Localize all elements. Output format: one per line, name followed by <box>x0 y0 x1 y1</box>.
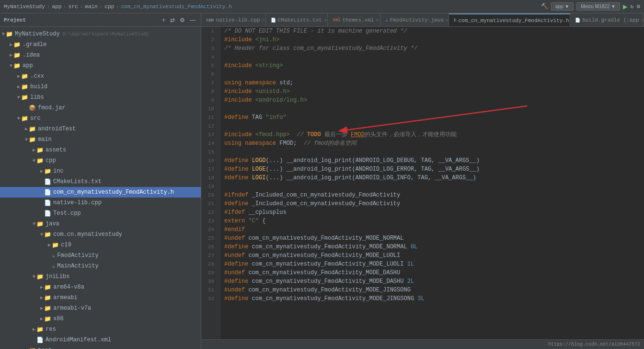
app-button[interactable]: app ▼ <box>551 2 574 11</box>
ln-20: 20 <box>201 191 217 199</box>
arrow-res[interactable]: ▶ <box>33 326 35 332</box>
tree-item-cxx[interactable]: ▶ 📁 .cxx <box>0 71 201 81</box>
code-line-20: #ifndef _Included_com_cn_mynativestudy_F… <box>224 191 640 199</box>
sync-sidebar-button[interactable]: ⇄ <box>169 16 176 24</box>
arrow-app[interactable]: ▼ <box>10 63 12 69</box>
tree-item-cpp[interactable]: ▼ 📁 cpp <box>0 155 201 166</box>
tree-item-fmodactivity[interactable]: ▶ ☕ FmodActivity <box>0 250 201 261</box>
tree-item-app[interactable]: ▼ 📁 app <box>0 60 201 71</box>
tree-item-assets[interactable]: ▶ 📁 assets <box>0 145 201 155</box>
hammer-icon: 🔨 <box>541 3 548 10</box>
tree-item-idea[interactable]: ▶ 📁 .idea <box>0 50 201 60</box>
code-line-15 <box>224 148 640 156</box>
run-button[interactable]: ▶ <box>623 2 628 12</box>
arrow-armeabi-v7a[interactable]: ▶ <box>40 305 43 311</box>
arrow-src[interactable]: ▼ <box>17 116 20 121</box>
tree-item-build[interactable]: ▶ 📁 build <box>0 81 201 92</box>
arrow-cxx[interactable]: ▶ <box>17 73 20 79</box>
settings-icon[interactable]: ⚙ <box>637 3 640 10</box>
device-button[interactable]: Meizu M1822 ▼ <box>576 2 620 11</box>
ln-13: 13 <box>201 130 217 139</box>
code-line-1: /* DO NOT EDIT THIS FILE - it is machine… <box>224 27 640 35</box>
arrow-package[interactable]: ▼ <box>40 232 43 237</box>
tab-nativelib[interactable]: cpp native-lib.cpp ✕ <box>201 13 266 27</box>
code-line-28: #define com_cn_mynativestudy_FmodActivit… <box>224 260 640 268</box>
ln-2: 2 <box>201 35 217 44</box>
tree-item-manifest[interactable]: ▶ 📄 AndroidManifest.xml <box>0 335 201 345</box>
tree-item-jnilibs[interactable]: ▼ 📁 jniLibs <box>0 271 201 282</box>
ln-32: 32 <box>201 294 217 303</box>
tree-item-java[interactable]: ▼ 📁 java <box>0 219 201 229</box>
close-fmoda[interactable]: ✕ <box>446 17 448 23</box>
collapse-sidebar-button[interactable]: — <box>188 16 197 24</box>
tree-item-inc[interactable]: ▶ 📁 inc <box>0 166 201 176</box>
folder-icon-gradle-hidden: 📁 <box>13 41 21 48</box>
arrow-idea[interactable]: ▶ <box>10 52 12 58</box>
ln-10: 10 <box>201 105 217 113</box>
breadcrumb-app: app <box>52 4 61 10</box>
arrow-build[interactable]: ▶ <box>17 84 20 90</box>
ln-22: 22 <box>201 208 217 217</box>
arrow-gradle-hidden[interactable]: ▶ <box>10 42 12 47</box>
tree-label-src: src <box>30 115 41 122</box>
ln-29: 29 <box>201 268 217 277</box>
tree-item-root[interactable]: ▼ 📁 MyNativeStudy D:\app\workspace\MyNat… <box>0 29 201 39</box>
cpp-icon-test: 📄 <box>44 210 51 217</box>
arrow-armeabi[interactable]: ▶ <box>40 295 43 301</box>
arrow-jnilibs[interactable]: ▼ <box>33 274 35 279</box>
tree-item-androidtest[interactable]: ▶ 📁 androidTest <box>0 124 201 134</box>
tree-label-cxx: .cxx <box>30 73 44 80</box>
arrow-c19[interactable]: ▶ <box>48 242 51 248</box>
arrow-cpp[interactable]: ▼ <box>33 158 35 163</box>
close-cmake[interactable]: ✕ <box>324 17 327 23</box>
tree-item-src[interactable]: ▼ 📁 src <box>0 113 201 124</box>
tree-item-testcpp[interactable]: ▶ 📄 Test.cpp <box>0 208 201 219</box>
tree-item-c19[interactable]: ▶ 📁 c19 <box>0 240 201 250</box>
tab-fmodactivity-h[interactable]: h com_cn_mynativestudy_FmodActivity.h ✕ <box>449 13 570 27</box>
close-nativelib[interactable]: ✕ <box>262 17 265 23</box>
tree-item-cmakelists[interactable]: ▶ 📄 CMakeLists.txt <box>0 176 201 187</box>
tree-item-res[interactable]: ▶ 📁 res <box>0 324 201 335</box>
code-line-13: #include <fmod.hpp> // TODO 最后一步 FMOD的头文… <box>224 130 640 139</box>
tree-item-armeabi[interactable]: ▶ 📁 armeabi <box>0 292 201 303</box>
arrow-libs[interactable]: ▼ <box>17 95 20 100</box>
arrow-java[interactable]: ▼ <box>33 221 35 227</box>
close-themes[interactable]: ✕ <box>376 17 379 23</box>
tree-item-libs[interactable]: ▼ 📁 libs <box>0 92 201 103</box>
ln-28: 28 <box>201 260 217 268</box>
tree-item-fmod-jar[interactable]: ▶ 📦 fmod.jar <box>0 103 201 113</box>
tree-label-app: app <box>23 62 33 69</box>
tab-buildgradle-app[interactable]: 📄 build.gradle (:app ✕ <box>570 13 644 27</box>
add-button[interactable]: + <box>161 16 167 24</box>
tree-label-mainactivity: MainActivity <box>57 263 98 269</box>
arrow-x86[interactable]: ▶ <box>40 316 43 322</box>
tree-item-package[interactable]: ▼ 📁 com.cn.mynativestudy <box>0 229 201 240</box>
tree-item-armeabi-v7a[interactable]: ▶ 📁 armeabi-v7a <box>0 303 201 314</box>
arrow-inc[interactable]: ▶ <box>40 168 43 174</box>
code-content[interactable]: /* DO NOT EDIT THIS FILE - it is machine… <box>220 27 644 339</box>
arrow-root[interactable]: ▼ <box>2 32 5 37</box>
tree-label-nativelib: native-lib.cpp <box>53 199 102 206</box>
arrow-arm64[interactable]: ▶ <box>40 284 43 290</box>
settings-sidebar-button[interactable]: ⚙ <box>178 16 186 24</box>
tree-item-arm64[interactable]: ▶ 📁 arm64-v8a <box>0 282 201 292</box>
close-bgapp[interactable]: ✕ <box>641 17 644 23</box>
tree-item-nativelib[interactable]: ▶ 📄 native-lib.cpp <box>0 198 201 208</box>
tree-item-mainactivity[interactable]: ▶ ☕ MainActivity <box>0 261 201 271</box>
tree-label-arm64: arm64-v8a <box>53 284 84 291</box>
tab-themes[interactable]: xml themes.xml ✕ <box>328 13 380 27</box>
tree-item-main[interactable]: ▼ 📁 main <box>0 134 201 145</box>
tree-item-x86[interactable]: ▶ 📁 x86 <box>0 314 201 324</box>
tree-item-gradle-hidden[interactable]: ▶ 📁 .gradle <box>0 39 201 50</box>
tree-label-idea: .idea <box>23 52 40 58</box>
tab-cmake[interactable]: 📄 CMakeLists.txt ✕ <box>266 13 328 27</box>
ln-3: 3 <box>201 44 217 53</box>
tree-item-fmodactivity-h[interactable]: ▶ 📄 com_cn_mynativestudy_FmodActivity.h <box>0 187 201 198</box>
tree-item-test[interactable]: ▶ 📁 test <box>0 345 201 349</box>
arrow-androidtest[interactable]: ▶ <box>25 126 28 132</box>
arrow-assets[interactable]: ▶ <box>33 147 35 153</box>
tab-fmodactivity-java[interactable]: ☕ FmodActivity.java ✕ <box>380 13 449 27</box>
arrow-main[interactable]: ▼ <box>25 137 28 142</box>
sync-icon[interactable]: ↻ <box>631 3 634 10</box>
ln-12: 12 <box>201 122 217 130</box>
